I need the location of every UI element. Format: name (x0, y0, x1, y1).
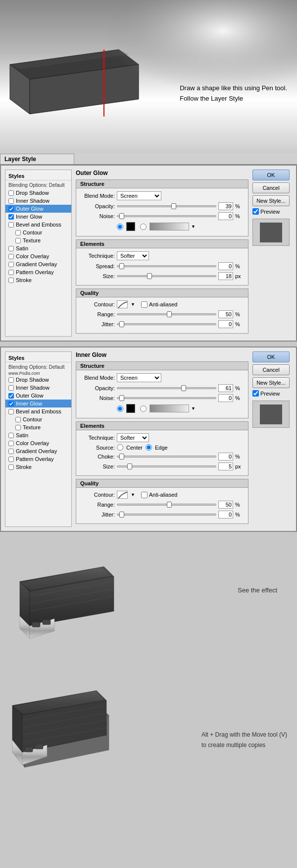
ig-noise-input[interactable]: 0 (218, 394, 233, 402)
gradient-swatch-1[interactable] (149, 223, 189, 231)
preview-checkbox-1[interactable] (252, 208, 259, 215)
outer-glow-item-1[interactable]: Outer Glow (5, 205, 71, 213)
color-overlay-checkbox-1[interactable] (8, 254, 14, 259)
ig-range-slider[interactable] (117, 504, 216, 506)
contour-thumb-1[interactable] (117, 300, 128, 308)
pattern-overlay-checkbox-2[interactable] (8, 457, 14, 462)
preview-label-1[interactable]: Preview (252, 208, 292, 215)
bevel-checkbox-2[interactable] (8, 409, 14, 414)
blend-mode-select-1[interactable]: Screen (117, 191, 161, 200)
inner-glow-item-1[interactable]: Inner Glow (5, 213, 71, 221)
new-style-button-2[interactable]: New Style... (252, 377, 290, 388)
ig-technique-select[interactable]: Softer (117, 433, 149, 442)
range-slider-1[interactable] (117, 313, 216, 315)
drop-shadow-1[interactable]: Drop Shadow (5, 189, 71, 197)
gradient-radio-1[interactable] (140, 224, 147, 230)
stroke-checkbox-2[interactable] (8, 464, 14, 470)
ig-color-swatch[interactable] (126, 404, 135, 413)
technique-select-1[interactable]: Softer (117, 251, 149, 260)
cancel-button-1[interactable]: Cancel (252, 182, 290, 193)
ig-choke-input[interactable]: 0 (218, 453, 233, 461)
color-overlay-1[interactable]: Color Overlay (5, 252, 71, 260)
inner-shadow-checkbox-1[interactable] (8, 198, 14, 204)
opacity-slider-1[interactable] (117, 205, 216, 207)
bevel-emboss-2[interactable]: Bevel and Emboss (5, 407, 71, 415)
satin-1[interactable]: Satin (5, 244, 71, 252)
size-slider-1[interactable] (117, 275, 216, 277)
contour-checkbox-1[interactable] (15, 230, 21, 235)
ig-blend-mode-select[interactable]: Screen (117, 373, 161, 382)
bevel-checkbox-1[interactable] (8, 222, 14, 228)
ig-gradient-swatch[interactable] (149, 405, 189, 412)
ig-opacity-input[interactable]: 61 (218, 384, 233, 392)
drop-shadow-checkbox-2[interactable] (8, 377, 14, 383)
noise-slider-1[interactable] (117, 215, 216, 217)
source-edge-radio[interactable] (146, 444, 152, 451)
outer-glow-checkbox-2[interactable] (8, 393, 14, 399)
satin-checkbox-2[interactable] (8, 433, 14, 438)
spread-slider-1[interactable] (117, 265, 216, 267)
source-center-radio[interactable] (117, 444, 123, 451)
jitter-slider-1[interactable] (117, 323, 216, 325)
contour-checkbox-2[interactable] (15, 417, 21, 422)
range-input-1[interactable]: 50 (218, 310, 233, 318)
preview-checkbox-2[interactable] (252, 390, 259, 397)
satin-2[interactable]: Satin (5, 431, 71, 439)
ok-button-1[interactable]: OK (252, 170, 290, 180)
outer-glow-item-2[interactable]: Outer Glow (5, 392, 71, 400)
stroke-2[interactable]: Stroke (5, 463, 71, 471)
gradient-overlay-2[interactable]: Gradient Overlay (5, 447, 71, 455)
contour-arrow-1[interactable]: ▼ (131, 302, 135, 307)
ig-choke-slider[interactable] (117, 456, 216, 458)
ig-range-input[interactable]: 50 (218, 501, 233, 509)
jitter-input-1[interactable]: 0 (218, 320, 233, 328)
blending-options-1[interactable]: Blending Options: Default (5, 181, 71, 189)
ig-anti-aliased[interactable]: Anti-aliased (141, 492, 177, 498)
ig-jitter-slider[interactable] (117, 514, 216, 516)
inner-glow-checkbox-1[interactable] (8, 214, 14, 220)
spread-input-1[interactable]: 0 (218, 262, 233, 270)
inner-shadow-1[interactable]: Inner Shadow (5, 197, 71, 205)
ig-size-slider[interactable] (117, 465, 216, 467)
color-overlay-checkbox-2[interactable] (8, 441, 14, 446)
color-radio-1[interactable] (117, 224, 123, 230)
inner-shadow-checkbox-2[interactable] (8, 385, 14, 391)
ig-contour-arrow[interactable]: ▼ (131, 492, 135, 497)
ig-contour-thumb[interactable] (117, 491, 128, 499)
gradient-overlay-1[interactable]: Gradient Overlay (5, 260, 71, 268)
opacity-input-1[interactable]: 39 (218, 202, 233, 210)
inner-glow-item-2[interactable]: Inner Glow (5, 400, 71, 407)
inner-glow-checkbox-2[interactable] (8, 401, 14, 406)
preview-label-2[interactable]: Preview (252, 390, 292, 397)
texture-checkbox-1[interactable] (15, 238, 21, 243)
contour-2[interactable]: Contour (5, 415, 71, 423)
ig-gradient-arrow[interactable]: ▼ (191, 406, 196, 411)
noise-input-1[interactable]: 0 (218, 212, 233, 220)
ig-size-input[interactable]: 5 (218, 463, 233, 470)
gradient-overlay-checkbox-1[interactable] (8, 262, 14, 267)
ok-button-2[interactable]: OK (252, 351, 290, 362)
ig-anti-aliased-checkbox[interactable] (141, 492, 148, 498)
anti-aliased-check-1[interactable]: Anti-aliased (141, 301, 177, 308)
drop-shadow-2[interactable]: Drop Shadow (5, 376, 71, 384)
pattern-overlay-checkbox-1[interactable] (8, 270, 14, 275)
texture-1[interactable]: Texture (5, 236, 71, 244)
ig-gradient-radio[interactable] (140, 405, 147, 412)
cancel-button-2[interactable]: Cancel (252, 364, 290, 375)
size-input-1[interactable]: 18 (218, 272, 233, 280)
satin-checkbox-1[interactable] (8, 246, 14, 251)
blending-options-2[interactable]: Blending Options: Default (5, 363, 71, 371)
inner-shadow-2[interactable]: Inner Shadow (5, 384, 71, 392)
gradient-overlay-checkbox-2[interactable] (8, 449, 14, 454)
anti-aliased-checkbox-1[interactable] (141, 301, 148, 308)
stroke-1[interactable]: Stroke (5, 276, 71, 284)
pattern-overlay-1[interactable]: Pattern Overlay (5, 268, 71, 276)
ig-jitter-input[interactable]: 0 (218, 511, 233, 519)
texture-checkbox-2[interactable] (15, 425, 21, 430)
stroke-checkbox-1[interactable] (8, 278, 14, 283)
outer-glow-checkbox-1[interactable] (8, 206, 14, 212)
gradient-arrow-1[interactable]: ▼ (191, 224, 196, 229)
drop-shadow-checkbox-1[interactable] (8, 190, 14, 196)
ig-color-radio[interactable] (117, 405, 123, 412)
texture-2[interactable]: Texture (5, 423, 71, 431)
